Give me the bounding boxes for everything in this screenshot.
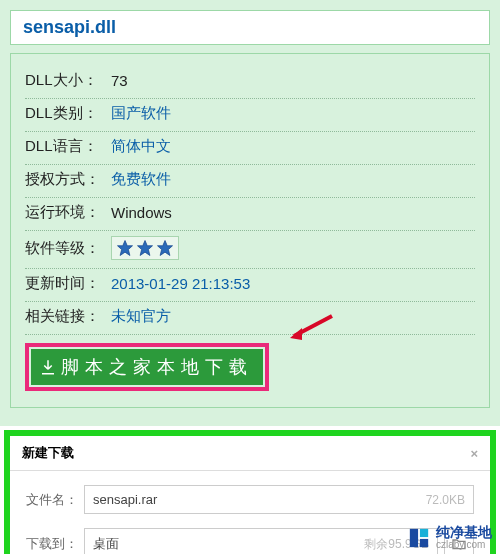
label-rating: 软件等级： [25,239,111,258]
filename-value: sensapi.rar [93,492,157,507]
label-category: DLL类别： [25,104,111,123]
filesize-hint: 72.0KB [426,493,465,507]
label-environment: 运行环境： [25,203,111,222]
label-license: 授权方式： [25,170,111,189]
row-rating: 软件等级： [25,231,475,269]
rating-stars [111,236,179,260]
watermark-logo-icon [408,527,430,549]
svg-marker-0 [118,241,133,256]
info-box: DLL大小： 73 DLL类别： 国产软件 DLL语言： 简体中文 授权方式： … [10,53,490,408]
label-saveto: 下载到： [26,535,84,553]
value-language: 简体中文 [111,137,171,156]
filename-input[interactable]: sensapi.rar 72.0KB [84,485,474,514]
saveto-value: 桌面 [93,535,119,553]
label-language: DLL语言： [25,137,111,156]
star-icon [156,239,174,257]
label-size: DLL大小： [25,71,111,90]
dialog-title: 新建下载 [22,444,74,462]
value-category: 国产软件 [111,104,171,123]
row-updated: 更新时间： 2013-01-29 21:13:53 [25,269,475,302]
row-language: DLL语言： 简体中文 [25,132,475,165]
svg-marker-2 [158,241,173,256]
value-size: 73 [111,72,128,89]
label-related: 相关链接： [25,307,111,326]
star-icon [116,239,134,257]
dialog-titlebar: 新建下载 × [10,436,490,471]
page-title: sensapi.dll [23,17,116,37]
download-button[interactable]: 脚本之家本地下载 [31,349,263,385]
row-size: DLL大小： 73 [25,66,475,99]
row-related: 相关链接： 未知官方 [25,302,475,335]
watermark-text: 纯净基地 czlaby.com [436,525,492,550]
label-filename: 文件名： [26,491,84,509]
svg-marker-1 [138,241,153,256]
row-category: DLL类别： 国产软件 [25,99,475,132]
star-icon [136,239,154,257]
row-saveto: 下载到： 桌面 剩余95.9GB [26,528,474,554]
value-related-link[interactable]: 未知官方 [111,307,171,326]
svg-rect-4 [410,528,418,546]
row-environment: 运行环境： Windows [25,198,475,231]
title-bar: sensapi.dll [10,10,490,45]
row-filename: 文件名： sensapi.rar 72.0KB [26,485,474,514]
row-license: 授权方式： 免费软件 [25,165,475,198]
download-button-highlight: 脚本之家本地下载 [25,343,269,391]
value-environment: Windows [111,204,172,221]
value-updated: 2013-01-29 21:13:53 [111,275,250,292]
close-icon[interactable]: × [470,446,478,461]
saveto-input[interactable]: 桌面 剩余95.9GB [84,528,438,554]
svg-rect-5 [420,528,428,536]
download-button-label: 脚本之家本地下载 [61,355,253,379]
svg-rect-6 [420,538,428,546]
watermark: 纯净基地 czlaby.com [408,525,492,550]
download-arrow-icon [39,358,57,376]
value-license: 免费软件 [111,170,171,189]
info-panel: sensapi.dll DLL大小： 73 DLL类别： 国产软件 DLL语言：… [0,0,500,426]
label-updated: 更新时间： [25,274,111,293]
